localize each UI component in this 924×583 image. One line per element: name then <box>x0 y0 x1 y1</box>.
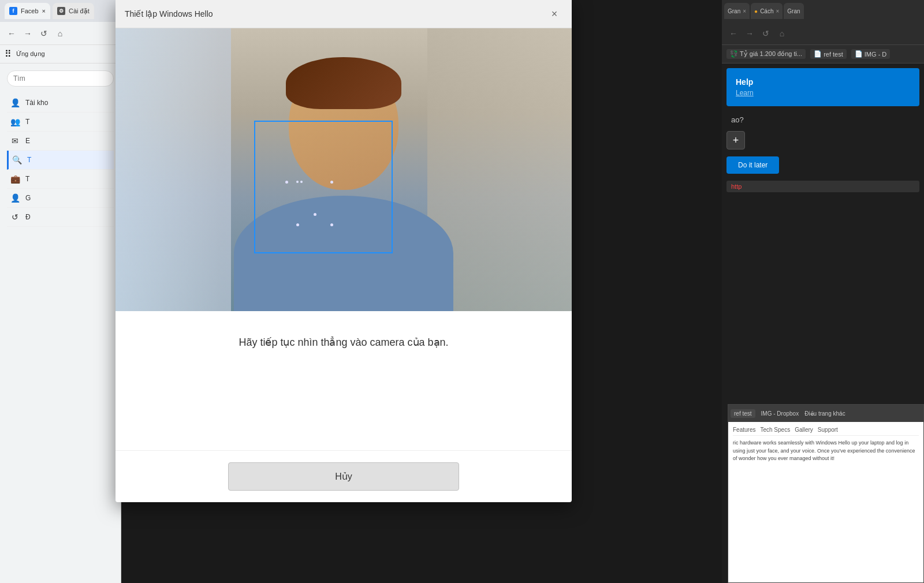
back-button[interactable]: ← <box>5 27 18 40</box>
right-thumbnail: ref test IMG - Dropbox Điều trang khác F… <box>728 404 924 583</box>
thumbnail-content: Features Tech Specs Gallery Support ric … <box>728 422 923 582</box>
settings-item-family[interactable]: 👤 G <box>7 189 114 208</box>
help-section: Help Learn <box>726 68 919 106</box>
right-tab-cach[interactable]: ● Cách × <box>751 3 783 19</box>
cancel-button[interactable]: Hủy <box>228 462 459 491</box>
tab-facebook[interactable]: f Faceb × <box>5 3 50 19</box>
question-text: ao? <box>722 111 924 129</box>
windows-hello-dialog: Thiết lập Windows Hello × <box>116 0 572 502</box>
tab-facebook-label: Faceb <box>21 8 39 14</box>
right-home-button[interactable]: ⌂ <box>775 27 789 40</box>
tab-settings[interactable]: ⚙ Cài đặt <box>53 3 94 19</box>
settings-family-label: G <box>25 194 31 202</box>
thumb-nav-techspecs[interactable]: Tech Specs <box>760 427 790 433</box>
bookmark-apps[interactable]: Ứng dụng <box>16 50 45 58</box>
left-bookmarks-bar: ⠿ Ứng dụng <box>0 45 121 63</box>
face-dot-right-eye <box>330 181 333 184</box>
sync-icon: ↺ <box>9 212 21 222</box>
settings-email-label: E <box>25 137 30 145</box>
apps-grid-icon: ⠿ <box>5 48 12 59</box>
tab-facebook-close[interactable]: × <box>42 8 46 14</box>
settings-item-signin[interactable]: 🔍 T <box>7 151 114 170</box>
home-button[interactable]: ⌂ <box>53 27 67 40</box>
right-tab-gran1[interactable]: Gran × <box>724 3 750 19</box>
reload-button[interactable]: ↺ <box>37 27 51 40</box>
settings-sync-label: Đ <box>25 213 31 221</box>
left-nav-bar: ← → ↺ ⌂ <box>0 22 121 45</box>
account-icon: 👤 <box>9 98 21 107</box>
bookmark-exchange-label: Tỷ giá 1.200 đồng ti... <box>740 50 802 58</box>
email-icon: ✉ <box>9 136 21 145</box>
dialog-message: Hãy tiếp tục nhìn thẳng vào camera của b… <box>116 311 572 450</box>
bookmark-img[interactable]: 📄 IMG - D <box>851 49 891 59</box>
room-left-wall <box>116 28 231 311</box>
settings-account-label: Tài kho <box>25 99 48 107</box>
face-recognition-box <box>254 121 393 253</box>
facebook-favicon: f <box>9 7 17 15</box>
http-badge: http <box>726 181 919 192</box>
settings-item-work[interactable]: 💼 T <box>7 170 114 189</box>
forward-button[interactable]: → <box>21 27 35 40</box>
face-dot-mouth-right <box>330 223 333 226</box>
help-title: Help <box>736 77 910 87</box>
left-tab-bar: f Faceb × ⚙ Cài đặt <box>0 0 121 22</box>
right-tab-gran2[interactable]: Gran <box>784 3 803 19</box>
face-dot-mouth-left <box>296 223 299 226</box>
right-tab-gran2-label: Gran <box>787 8 800 14</box>
right-tab-cach-label: Cách <box>760 8 773 14</box>
dialog-close-button[interactable]: × <box>546 6 562 22</box>
bookmark-exchange[interactable]: 💱 Tỷ giá 1.200 đồng ti... <box>726 49 806 59</box>
right-forward-button[interactable]: → <box>743 27 757 40</box>
face-dot-chin <box>314 213 316 216</box>
settings-item-email[interactable]: ✉ E <box>7 132 114 151</box>
right-reload-button[interactable]: ↺ <box>759 27 773 40</box>
settings-signin-label: T <box>27 156 31 164</box>
exchange-icon: 💱 <box>730 50 738 58</box>
right-browser-panel: Gran × ● Cách × Gran ← → ↺ ⌂ 💱 Tỷ giá 1.… <box>722 0 924 583</box>
face-dot-left-eye <box>285 181 288 184</box>
thumb-nav: Features Tech Specs Gallery Support <box>733 427 919 436</box>
right-nav-bar: ← → ↺ ⌂ <box>722 22 924 45</box>
help-link[interactable]: Learn <box>736 89 910 97</box>
bookmark-reftest-label: ref test <box>824 51 843 58</box>
face-dots-nose <box>296 181 303 183</box>
work-icon: 💼 <box>9 174 21 184</box>
right-tab-bar: Gran × ● Cách × Gran <box>722 0 924 22</box>
thumb-nav-features[interactable]: Features <box>733 427 755 433</box>
dialog-title-bar: Thiết lập Windows Hello × <box>116 0 572 28</box>
thumb-nav-gallery[interactable]: Gallery <box>795 427 813 433</box>
right-tab-gran1-label: Gran <box>728 8 740 14</box>
settings-people-label: T <box>25 118 29 126</box>
bookmark-img-label: IMG - D <box>865 51 887 58</box>
settings-item-account: 👤 Tài kho <box>7 94 114 113</box>
add-button[interactable]: + <box>726 131 745 150</box>
settings-page-content: 👤 Tài kho 👥 T ✉ E 🔍 T 💼 T 👤 G ↺ Đ <box>0 63 121 234</box>
do-it-later-button[interactable]: Do it later <box>726 156 779 174</box>
left-browser-panel: f Faceb × ⚙ Cài đặt ← → ↺ ⌂ ⠿ Ứng dụng 👤… <box>0 0 121 583</box>
settings-item-sync[interactable]: ↺ Đ <box>7 208 114 227</box>
camera-view <box>116 28 572 311</box>
right-tab-cach-close[interactable]: × <box>776 8 779 14</box>
tab-settings-label: Cài đặt <box>69 8 90 15</box>
signin-icon: 🔍 <box>11 155 23 165</box>
thumb-tab-img[interactable]: IMG - Dropbox <box>759 409 802 418</box>
dialog-footer: Hủy <box>116 450 572 502</box>
thumb-tab-other[interactable]: Điều trang khác <box>802 409 847 418</box>
person-hair <box>286 57 401 109</box>
settings-search-input[interactable] <box>7 70 114 87</box>
settings-work-label: T <box>25 175 29 183</box>
right-tab-gran1-close[interactable]: × <box>743 8 746 14</box>
dialog-title: Thiết lập Windows Hello <box>125 9 213 18</box>
right-back-button[interactable]: ← <box>726 27 740 40</box>
family-icon: 👤 <box>9 193 21 203</box>
reftest-icon: 📄 <box>814 50 822 58</box>
right-bookmarks-bar: 💱 Tỷ giá 1.200 đồng ti... 📄 ref test 📄 I… <box>722 45 924 63</box>
thumbnail-tab-bar: ref test IMG - Dropbox Điều trang khác <box>728 405 923 422</box>
settings-item-people[interactable]: 👥 T <box>7 113 114 132</box>
people-icon: 👥 <box>9 117 21 126</box>
thumb-nav-support[interactable]: Support <box>818 427 838 433</box>
right-page-content: Help Learn ao? + Do it later http ref te… <box>722 63 924 583</box>
thumb-tab-reftest[interactable]: ref test <box>731 409 755 418</box>
bookmark-reftest[interactable]: 📄 ref test <box>810 49 847 59</box>
settings-favicon: ⚙ <box>57 7 65 15</box>
